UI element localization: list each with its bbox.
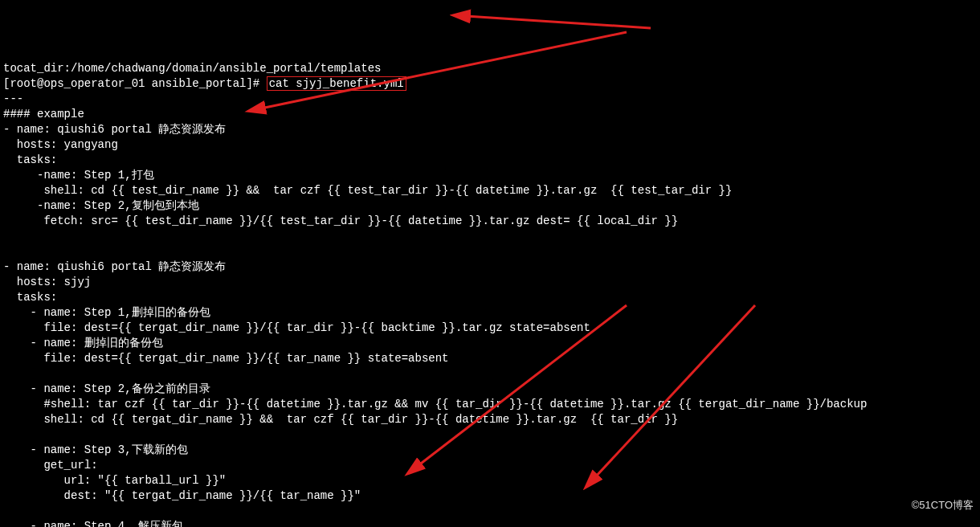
output-line: - name: Step 3,下载新的包 <box>3 443 188 456</box>
output-line: - name: Step 1,删掉旧的备份包 <box>3 306 210 319</box>
output-line: shell: cd {{ tergat_dir_name }} && tar c… <box>3 413 678 426</box>
output-line: tasks: <box>3 291 57 304</box>
output-line: hosts: sjyj <box>3 276 91 288</box>
output-line: get_url: <box>3 459 98 472</box>
output-line: - name: Step 4, 解压新包 <box>3 520 183 527</box>
output-line: -name: Step 2,复制包到本地 <box>3 199 199 212</box>
output-line: - name: 删掉旧的备份包 <box>3 337 163 349</box>
prompt: [root@ops_operator_01 ansible_portal]# <box>3 77 267 90</box>
output-line: #shell: tar czf {{ tar_dir }}-{{ datetim… <box>3 398 867 411</box>
output-line: - name: qiushi6 portal 静态资源发布 <box>3 123 226 136</box>
output-line: file: dest={{ tergat_dir_name }}/{{ tar_… <box>3 321 590 334</box>
output-line: tasks: <box>3 153 57 166</box>
output-line: tocat_dir:/home/chadwang/domain/ansible_… <box>3 62 381 75</box>
output-line: - name: qiushi6 portal 静态资源发布 <box>3 260 226 273</box>
output-line: #### example <box>3 108 84 121</box>
output-line: -name: Step 1,打包 <box>3 169 154 182</box>
output-line: dest: "{{ tergat_dir_name }}/{{ tar_name… <box>3 489 361 502</box>
output-line: - name: Step 2,备份之前的目录 <box>3 382 210 395</box>
output-line: --- <box>3 92 23 105</box>
command-highlight-box: cat sjyj_benefit.yml <box>267 76 406 91</box>
output-line: file: dest={{ tergat_dir_name }}/{{ tar_… <box>3 352 449 365</box>
annotation-arrow <box>450 8 659 32</box>
svg-line-1 <box>466 16 651 28</box>
terminal-output[interactable]: tocat_dir:/home/chadwang/domain/ansible_… <box>0 61 980 527</box>
output-line: hosts: yangyang <box>3 138 118 151</box>
output-line: fetch: src= {{ test_dir_name }}/{{ test_… <box>3 214 678 227</box>
output-line: url: "{{ tarball_url }}" <box>3 474 226 487</box>
output-line: shell: cd {{ test_dir_name }} && tar czf… <box>3 184 732 197</box>
watermark: ©51CTO博客 <box>912 497 974 513</box>
